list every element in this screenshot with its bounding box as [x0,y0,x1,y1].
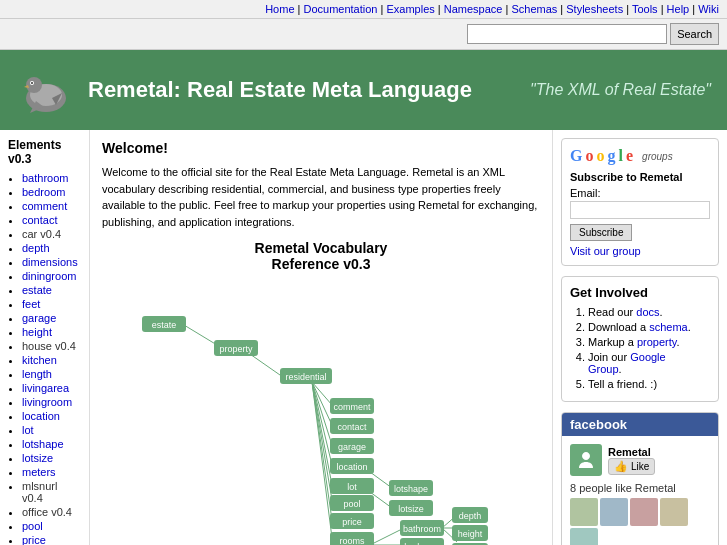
fb-photo [630,498,658,526]
nav-schemas[interactable]: Schemas [511,3,557,15]
node-residential: residential [280,368,332,384]
svg-text:residential: residential [285,372,326,382]
sidebar-item-link[interactable]: livingarea [22,382,69,394]
sidebar-item-link[interactable]: livingroom [22,396,72,408]
svg-point-2 [26,77,42,93]
sidebar-heading: Elements v0.3 [8,138,81,166]
docs-link[interactable]: docs [636,306,659,318]
svg-text:lotshape: lotshape [394,484,428,494]
node-depth: depth [452,507,488,523]
svg-text:height: height [458,529,483,539]
top-nav: Home | Documentation | Examples | Namesp… [0,0,727,19]
sidebar-item-link[interactable]: contact [22,214,57,226]
list-item: Markup a property. [588,336,710,348]
sidebar-item-text: house v0.4 [22,340,76,352]
sidebar-list-item: livingarea [22,382,81,394]
node-garage: garage [330,438,374,454]
svg-text:depth: depth [459,511,482,521]
bird-icon [16,63,76,118]
node-estate: estate [142,316,186,332]
node-price: price [330,513,374,529]
get-involved-heading: Get Involved [570,285,710,300]
node-bedroom: bedroom [400,538,444,545]
sidebar-item-link[interactable]: bedroom [22,186,65,198]
sidebar-list-item: contact [22,214,81,226]
node-location: location [330,458,374,474]
sidebar-item-link[interactable]: dimensions [22,256,78,268]
fb-photo [570,498,598,526]
header-title: Remetal: Real Estate Meta Language [88,77,472,103]
email-input[interactable] [570,201,710,219]
facebook-header: facebook [562,413,718,436]
sidebar-item-link[interactable]: lotsize [22,452,53,464]
get-involved-list: Read our docs. Download a schema. Markup… [570,306,710,390]
svg-line-20 [370,528,404,545]
sidebar-list-item: livingroom [22,396,81,408]
sidebar-list-item: bedroom [22,186,81,198]
sidebar-list-item: length [22,368,81,380]
fb-count: 8 people like Remetal [570,482,710,494]
sidebar-item-link[interactable]: kitchen [22,354,57,366]
svg-line-8 [184,325,217,345]
search-input[interactable] [467,24,667,44]
schema-link[interactable]: schema [649,321,688,333]
svg-text:property: property [219,344,253,354]
sidebar-item-link[interactable]: diningroom [22,270,76,282]
sidebar: Elements v0.3 bathroombedroomcommentcont… [0,130,90,545]
search-bar: Search [0,19,727,50]
vocab-svg: estate property residential comment [102,280,492,545]
nav-home[interactable]: Home [265,3,294,15]
header: Remetal: Real Estate Meta Language "The … [0,50,727,130]
nav-documentation[interactable]: Documentation [303,3,377,15]
property-link[interactable]: property [637,336,677,348]
sidebar-list-item: depth [22,242,81,254]
main-layout: Elements v0.3 bathroombedroomcommentcont… [0,130,727,545]
fb-remetal-link[interactable]: Remetal [635,482,676,494]
sidebar-item-link[interactable]: price [22,534,46,545]
nav-stylesheets[interactable]: Stylesheets [566,3,623,15]
svg-text:comment: comment [333,402,371,412]
fb-profile: Remetal 👍 Like [570,444,710,476]
nav-namespace[interactable]: Namespace [444,3,503,15]
google-group-link[interactable]: GoogleGroup [588,351,666,375]
svg-text:location: location [336,462,367,472]
fb-photo [570,528,598,545]
sidebar-item-link[interactable]: lot [22,424,34,436]
nav-tools[interactable]: Tools [632,3,658,15]
sidebar-item-link[interactable]: pool [22,520,43,532]
welcome-text: Welcome to the official site for the Rea… [102,164,540,230]
list-item: Read our docs. [588,306,710,318]
sidebar-item-link[interactable]: lotshape [22,438,64,450]
sidebar-item-link[interactable]: length [22,368,52,380]
svg-line-19 [312,382,332,538]
vocab-diagram: Remetal Vocabulary Reference v0.3 [102,240,540,545]
sidebar-item-link[interactable]: comment [22,200,67,212]
nav-wiki[interactable]: Wiki [698,3,719,15]
sidebar-item-link[interactable]: meters [22,466,56,478]
sidebar-item-link[interactable]: depth [22,242,50,254]
right-sidebar: Google groups Subscribe to Remetal Email… [552,130,727,545]
facebook-box: facebook Remetal 👍 Like 8 peop [561,412,719,545]
sidebar-item-link[interactable]: feet [22,298,40,310]
nav-examples[interactable]: Examples [386,3,434,15]
visit-group-link[interactable]: Visit our group [570,245,641,257]
sidebar-item-link[interactable]: estate [22,284,52,296]
sidebar-item-link[interactable]: height [22,326,52,338]
sidebar-list-item: dimensions [22,256,81,268]
node-bathroom: bathroom [400,520,444,536]
node-lotshape: lotshape [389,480,433,496]
sidebar-list-item: car v0.4 [22,228,81,240]
sidebar-item-link[interactable]: location [22,410,60,422]
sidebar-list-item: house v0.4 [22,340,81,352]
sidebar-item-link[interactable]: bathroom [22,172,68,184]
fb-like-button[interactable]: 👍 Like [608,458,655,475]
welcome-heading: Welcome! [102,140,540,156]
nav-help[interactable]: Help [667,3,690,15]
thumbs-up-icon: 👍 [614,460,628,473]
node-lot: lot [330,478,374,494]
search-button[interactable]: Search [670,23,719,45]
sidebar-list-item: meters [22,466,81,478]
subscribe-button[interactable]: Subscribe [570,224,632,241]
header-left: Remetal: Real Estate Meta Language [16,63,472,118]
sidebar-item-link[interactable]: garage [22,312,56,324]
